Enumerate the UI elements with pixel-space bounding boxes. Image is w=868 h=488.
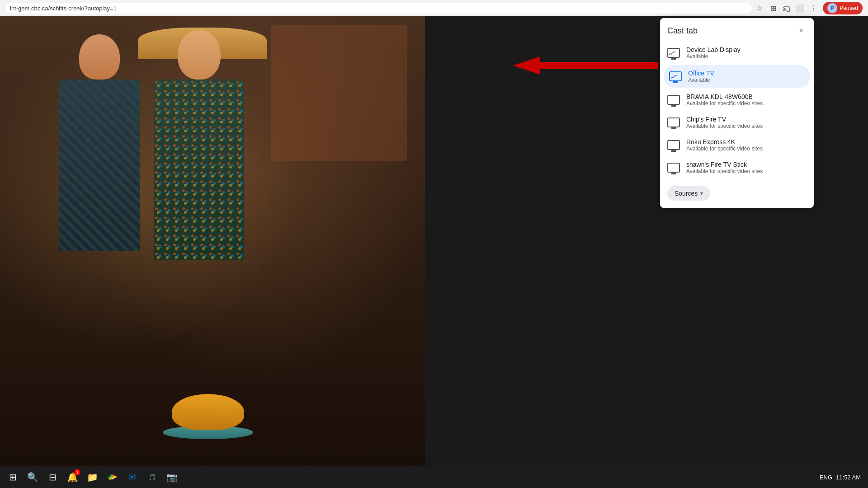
taskbar-app2[interactable]: 📷 bbox=[163, 468, 181, 486]
video-scene bbox=[0, 16, 425, 466]
device-item-shawns-fire[interactable]: shawn's Fire TV Stick Available for spec… bbox=[660, 156, 814, 179]
device-info-roku: Roku Express 4K Available for specific v… bbox=[686, 138, 807, 152]
device-icon-chips-fire bbox=[667, 117, 680, 127]
cast-popup: Cast tab × Device Lab Display Available bbox=[660, 18, 814, 208]
device-icon-roku bbox=[667, 140, 680, 150]
person-right bbox=[136, 30, 262, 301]
profile-button[interactable]: P Paused bbox=[823, 2, 863, 14]
device-info-device-lab: Device Lab Display Available bbox=[686, 46, 807, 60]
device-icon-shawns-fire bbox=[667, 163, 680, 173]
cast-icon[interactable] bbox=[782, 4, 791, 13]
taskbar-file-explorer[interactable]: 📁 bbox=[83, 468, 101, 486]
device-info-office-tv: Office TV Available bbox=[688, 70, 805, 83]
browser-icons: ☆ ⊞ ⬜ ⋮ P Paused bbox=[755, 2, 863, 14]
device-info-chips-fire: Chip's Fire TV Available for specific vi… bbox=[686, 116, 807, 129]
device-icon-monitor bbox=[667, 48, 680, 58]
taskbar-start[interactable]: ⊞ bbox=[4, 468, 22, 486]
taskbar-chrome[interactable] bbox=[103, 468, 121, 486]
chrome-icon[interactable] bbox=[103, 468, 121, 486]
person-left-hair bbox=[77, 30, 122, 57]
device-name-office-tv: Office TV bbox=[688, 70, 805, 77]
video-area[interactable] bbox=[0, 16, 425, 466]
device-status-shawns-fire: Available for specific video sites bbox=[686, 168, 807, 174]
mail-icon[interactable]: ✉ bbox=[123, 468, 141, 486]
extensions-icon[interactable]: ⊞ bbox=[769, 4, 778, 13]
cast-close-button[interactable]: × bbox=[796, 25, 807, 36]
device-name-shawns-fire: shawn's Fire TV Stick bbox=[686, 161, 807, 168]
pie bbox=[172, 394, 244, 430]
profile-label: Paused bbox=[840, 5, 858, 11]
device-status-bravia: Available for specific video sites bbox=[686, 100, 807, 107]
app1-icon[interactable]: 🎵 bbox=[143, 468, 161, 486]
sources-label: Sources bbox=[675, 190, 698, 197]
bookmark-icon[interactable]: ☆ bbox=[755, 4, 764, 13]
device-name-chips-fire: Chip's Fire TV bbox=[686, 116, 807, 123]
language-indicator: ENG bbox=[820, 474, 832, 481]
device-status-device-lab: Available bbox=[686, 53, 807, 60]
menu-icon[interactable]: ⋮ bbox=[809, 4, 818, 13]
person-right-head bbox=[178, 30, 221, 80]
device-item-roku[interactable]: Roku Express 4K Available for specific v… bbox=[660, 134, 814, 156]
url-text: int-gem.cbc.ca/schitts-creek/?autoplay=1 bbox=[10, 5, 117, 12]
file-explorer-icon[interactable]: 📁 bbox=[83, 468, 101, 486]
cast-popup-title: Cast tab bbox=[667, 26, 698, 36]
taskbar-mail[interactable]: ✉ bbox=[123, 468, 141, 486]
taskbar-search[interactable]: 🔍 bbox=[24, 468, 42, 486]
dress-pattern bbox=[154, 80, 244, 260]
device-name-device-lab: Device Lab Display bbox=[686, 46, 807, 53]
device-item-office-tv[interactable]: Office TV Available bbox=[664, 65, 810, 88]
person-right-body bbox=[154, 80, 244, 260]
start-icon[interactable]: ⊞ bbox=[4, 468, 22, 486]
device-item-bravia[interactable]: BRAVIA KDL-48W600B Available for specifi… bbox=[660, 89, 814, 111]
cast-device-list: Device Lab Display Available Office TV A… bbox=[660, 40, 814, 181]
person-left-body bbox=[59, 80, 140, 251]
device-status-roku: Available for specific video sites bbox=[686, 145, 807, 152]
taskbar: ⊞ 🔍 ⊟ 🔔 1 📁 ✉ 🎵 📷 ENG 11 bbox=[0, 466, 868, 488]
device-icon-bravia bbox=[667, 95, 680, 105]
device-name-roku: Roku Express 4K bbox=[686, 138, 807, 145]
cast-footer: Sources ▾ bbox=[660, 181, 814, 208]
device-info-shawns-fire: shawn's Fire TV Stick Available for spec… bbox=[686, 161, 807, 174]
device-item-device-lab[interactable]: Device Lab Display Available bbox=[660, 42, 814, 64]
device-status-chips-fire: Available for specific video sites bbox=[686, 123, 807, 129]
cast-popup-header: Cast tab × bbox=[660, 18, 814, 40]
taskview-icon[interactable]: ⊟ bbox=[43, 468, 61, 486]
taskbar-app1[interactable]: 🎵 bbox=[143, 468, 161, 486]
address-bar[interactable]: int-gem.cbc.ca/schitts-creek/?autoplay=1 bbox=[5, 3, 751, 14]
browser-bar: int-gem.cbc.ca/schitts-creek/?autoplay=1… bbox=[0, 0, 868, 16]
device-icon-office-tv bbox=[669, 71, 682, 81]
time-display: 11:52 AM bbox=[836, 474, 861, 481]
device-info-bravia: BRAVIA KDL-48W600B Available for specifi… bbox=[686, 93, 807, 107]
taskbar-notifications[interactable]: 🔔 1 bbox=[63, 468, 81, 486]
app2-icon[interactable]: 📷 bbox=[163, 468, 181, 486]
taskbar-clock: 11:52 AM bbox=[836, 474, 861, 481]
device-status-office-tv: Available bbox=[688, 77, 805, 83]
profile-avatar: P bbox=[827, 3, 837, 13]
screen-icon[interactable]: ⬜ bbox=[796, 4, 805, 13]
taskbar-taskview[interactable]: ⊟ bbox=[43, 468, 61, 486]
search-icon[interactable]: 🔍 bbox=[24, 468, 42, 486]
sources-button[interactable]: Sources ▾ bbox=[667, 186, 710, 201]
sources-chevron-icon: ▾ bbox=[700, 190, 703, 197]
person-left-head bbox=[79, 34, 120, 80]
device-item-chips-fire[interactable]: Chip's Fire TV Available for specific vi… bbox=[660, 111, 814, 134]
taskbar-right: ENG 11:52 AM bbox=[820, 474, 864, 481]
shirt-pattern bbox=[59, 80, 140, 251]
device-name-bravia: BRAVIA KDL-48W600B bbox=[686, 93, 807, 100]
notification-badge: 1 bbox=[74, 469, 80, 475]
